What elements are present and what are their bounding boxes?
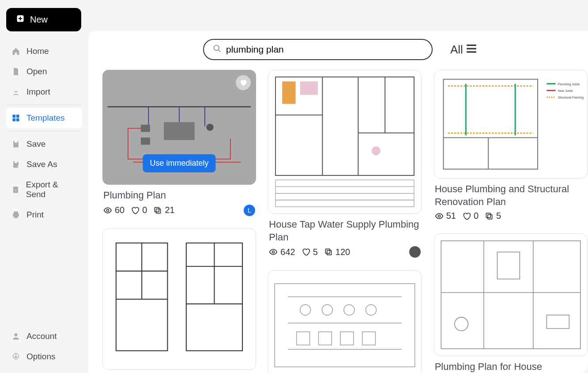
svg-rect-23 — [155, 207, 159, 212]
sidebar-item-label: Open — [26, 67, 47, 76]
divider — [6, 131, 82, 131]
svg-text:Plumbing Joists: Plumbing Joists — [558, 83, 580, 86]
diagram-preview — [268, 270, 421, 373]
favorite-button[interactable] — [236, 75, 251, 90]
author-avatar[interactable]: L — [244, 205, 255, 216]
template-card[interactable]: Plumbing Joists New Joists Structural Fr… — [434, 70, 588, 221]
template-card[interactable]: House Tap Water Supply Plumbing Plan 642… — [268, 70, 422, 258]
svg-point-52 — [366, 305, 377, 316]
template-title: Plumbing Plan for House — [435, 361, 587, 373]
template-card[interactable] — [102, 228, 256, 370]
svg-point-50 — [322, 305, 333, 316]
sidebar-item-account[interactable]: Account — [6, 326, 82, 346]
svg-rect-77 — [497, 252, 520, 279]
filter-label: All — [450, 43, 463, 57]
template-meta: 51 0 5 — [434, 211, 588, 221]
svg-rect-46 — [327, 251, 331, 255]
template-meta: 60 0 21 L — [102, 205, 256, 216]
copies-count: 120 — [324, 247, 350, 257]
svg-text:New Joists: New Joists — [558, 89, 573, 93]
export-icon — [11, 185, 20, 194]
svg-rect-55 — [340, 332, 354, 345]
template-thumbnail[interactable]: Plumbing Joists New Joists Structural Fr… — [434, 70, 588, 179]
copies-count: 5 — [485, 211, 501, 221]
svg-point-20 — [206, 124, 213, 131]
search-box[interactable] — [203, 39, 433, 60]
filter-all[interactable]: All — [450, 43, 477, 57]
sidebar-item-label: Home — [26, 46, 49, 56]
svg-rect-19 — [141, 137, 150, 145]
use-immediately-button[interactable]: Use immediately — [143, 154, 215, 172]
sidebar-item-print[interactable]: Print — [6, 205, 82, 225]
account-icon — [11, 332, 20, 341]
svg-rect-48 — [275, 284, 415, 367]
sidebar-item-label: Templates — [26, 113, 65, 123]
svg-point-5 — [15, 333, 18, 336]
svg-point-12 — [214, 46, 219, 51]
sidebar-item-templates[interactable]: Templates — [6, 108, 82, 128]
template-card[interactable]: Use immediately Plumbing Plan 60 0 21 L — [102, 70, 256, 216]
svg-rect-47 — [325, 249, 330, 254]
svg-rect-3 — [13, 118, 16, 122]
templates-icon — [11, 114, 20, 122]
svg-point-40 — [372, 146, 381, 155]
sidebar-item-save[interactable]: Save — [6, 134, 82, 154]
template-card[interactable]: Plumbing Plan for House — [434, 233, 588, 373]
templates-gallery: Use immediately Plumbing Plan 60 0 21 L — [88, 65, 588, 373]
sidebar-item-saveas[interactable]: Save As — [6, 154, 82, 175]
svg-point-45 — [272, 251, 275, 253]
search-input[interactable] — [226, 44, 423, 55]
sidebar-item-open[interactable]: Open — [6, 61, 82, 82]
saveas-icon — [11, 160, 20, 169]
sidebar-item-export[interactable]: Export & Send — [6, 175, 82, 205]
list-icon — [466, 43, 477, 57]
svg-rect-72 — [486, 213, 490, 217]
svg-rect-1 — [13, 115, 16, 118]
template-thumbnail[interactable] — [102, 228, 256, 370]
svg-point-70 — [438, 215, 440, 217]
svg-rect-32 — [275, 77, 414, 175]
home-icon — [11, 47, 20, 56]
template-title: House Plumbing and Structural Renovation… — [435, 183, 587, 208]
views-count: 60 — [103, 205, 124, 215]
template-card[interactable] — [268, 270, 422, 373]
svg-text:Structural Framing: Structural Framing — [558, 96, 584, 99]
svg-rect-39 — [300, 81, 318, 95]
main-panel: All — [88, 31, 588, 373]
sidebar-item-options[interactable]: Options — [6, 346, 82, 367]
likes-count: 0 — [131, 205, 147, 215]
svg-rect-2 — [16, 115, 19, 118]
svg-rect-79 — [547, 315, 569, 329]
sidebar-item-label: Print — [26, 210, 44, 220]
template-thumbnail[interactable]: Use immediately — [102, 70, 256, 185]
svg-rect-73 — [441, 241, 580, 349]
svg-rect-4 — [16, 118, 19, 122]
template-thumbnail[interactable] — [268, 70, 422, 214]
template-thumbnail[interactable] — [268, 270, 422, 373]
template-title: House Tap Water Supply Plumbing Plan — [269, 218, 421, 244]
svg-rect-57 — [443, 79, 538, 169]
new-button-label: New — [30, 15, 48, 25]
diagram-preview — [103, 229, 256, 369]
divider — [6, 105, 82, 105]
svg-point-51 — [344, 305, 354, 316]
search-icon — [213, 44, 222, 55]
new-button[interactable]: New — [6, 8, 81, 31]
svg-rect-18 — [141, 125, 150, 132]
diagram-preview — [434, 234, 587, 356]
sidebar-item-label: Import — [26, 87, 50, 97]
sidebar-item-import[interactable]: Import — [6, 82, 82, 102]
template-thumbnail[interactable] — [434, 233, 588, 356]
svg-point-6 — [15, 356, 17, 358]
svg-point-78 — [454, 317, 468, 331]
import-icon — [11, 88, 20, 96]
svg-rect-71 — [488, 214, 492, 219]
svg-point-21 — [107, 209, 109, 211]
sidebar-item-label: Export & Send — [26, 180, 77, 199]
author-avatar[interactable] — [409, 246, 421, 258]
template-title: Plumbing Plan — [103, 189, 255, 202]
likes-count: 0 — [462, 211, 479, 221]
sidebar-item-label: Save As — [26, 160, 57, 169]
sidebar-item-label: Options — [26, 352, 55, 362]
sidebar-item-home[interactable]: Home — [6, 41, 82, 61]
